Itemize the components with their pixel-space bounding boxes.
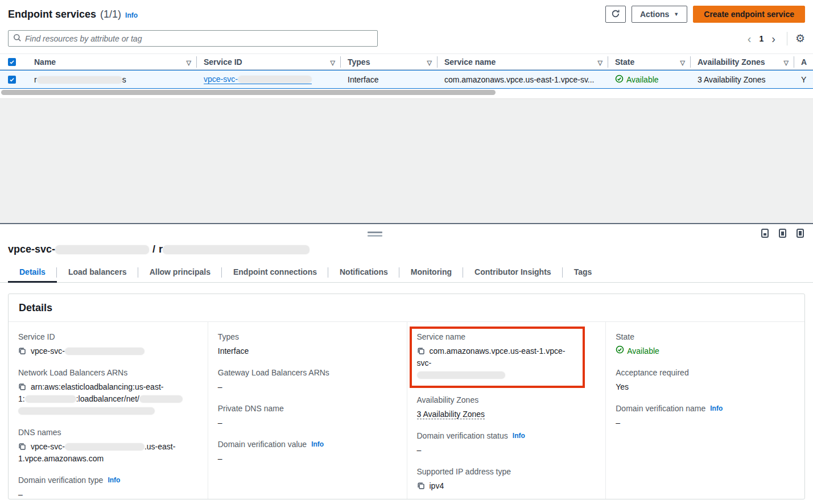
field-private-dns-name: Private DNS name –: [218, 404, 395, 429]
search-icon: [13, 34, 22, 44]
info-link[interactable]: Info: [513, 432, 525, 440]
copy-icon[interactable]: [417, 347, 425, 355]
list-toolbar: ‹ 1 › ⚙: [8, 30, 805, 47]
service-id-link[interactable]: vpce-svc-: [204, 75, 312, 84]
panel-tabs: Details Load balancers Allow principals …: [0, 264, 813, 283]
field-types: Types Interface: [218, 332, 395, 357]
previous-page-button[interactable]: ‹: [744, 33, 755, 44]
availability-zones-popover-link[interactable]: 3 Availability Zones: [417, 410, 485, 419]
panel-size-medium-icon[interactable]: [779, 229, 786, 238]
column-header-availability-zones[interactable]: Availability Zones ▽: [691, 54, 794, 69]
info-link[interactable]: Info: [710, 404, 723, 412]
horizontal-scrollbar: [0, 90, 813, 95]
redacted-text: [55, 245, 149, 254]
field-domain-verification-status: Domain verification statusInfo –: [417, 431, 595, 456]
field-service-name: Service name com.amazonaws.vpce.us-east-…: [417, 332, 578, 381]
copy-icon[interactable]: [417, 482, 425, 490]
field-state: State Available: [616, 332, 793, 357]
available-status-icon: [616, 345, 624, 357]
service-name-highlight-box: Service name com.amazonaws.vpce.us-east-…: [410, 327, 585, 388]
cell-name: rs: [27, 75, 197, 84]
panel-size-small-icon[interactable]: [761, 229, 769, 238]
field-service-id: Service ID vpce-svc-: [18, 332, 196, 357]
refresh-button[interactable]: [605, 6, 626, 23]
create-endpoint-service-button[interactable]: Create endpoint service: [693, 6, 805, 23]
info-link[interactable]: Info: [311, 440, 324, 448]
search-box[interactable]: [8, 30, 378, 47]
field-domain-verification-type: Domain verification typeInfo –: [18, 476, 196, 499]
details-column-1: Service ID vpce-svc- Network Load Balanc…: [9, 322, 208, 499]
table-row[interactable]: rs vpce-svc- Interface com.amazonaws.vpc…: [0, 70, 813, 89]
field-domain-verification-value: Domain verification valueInfo –: [218, 440, 395, 465]
tab-contributor-insights[interactable]: Contributor Insights: [463, 264, 563, 283]
tab-details[interactable]: Details: [8, 264, 57, 283]
chevron-down-icon: ▼: [674, 11, 679, 17]
gear-icon[interactable]: ⚙: [795, 33, 805, 44]
sort-icon[interactable]: ▽: [680, 59, 685, 66]
cell-availability-zones: 3 Availability Zones: [691, 75, 794, 84]
selected-count: (1/1): [100, 9, 121, 20]
actions-button-label: Actions: [640, 10, 669, 19]
split-panel-drag-handle[interactable]: [368, 232, 382, 237]
column-header-name[interactable]: Name ▽: [27, 54, 197, 69]
tab-load-balancers[interactable]: Load balancers: [57, 264, 138, 283]
info-link[interactable]: Info: [125, 11, 138, 19]
available-status-icon: [615, 75, 624, 85]
column-header-service-name[interactable]: Service name ▽: [438, 54, 608, 69]
redacted-text: [25, 395, 76, 403]
field-domain-verification-name: Domain verification nameInfo –: [616, 404, 793, 429]
current-page[interactable]: 1: [757, 34, 766, 43]
redacted-text: [18, 407, 155, 415]
column-header-types[interactable]: Types ▽: [341, 54, 438, 69]
endpoint-services-table: Name ▽ Service ID ▽ Types ▽ Service name…: [0, 53, 813, 89]
next-page-button[interactable]: ›: [768, 33, 779, 44]
state-text: Available: [626, 75, 659, 84]
table-header-row: Name ▽ Service ID ▽ Types ▽ Service name…: [0, 54, 813, 70]
list-header: Endpoint services (1/1) Info Actions ▼ C…: [0, 0, 813, 23]
details-column-4: State Available Acceptance required Yes …: [605, 322, 804, 499]
redacted-text: [139, 395, 183, 403]
redacted-text: [65, 348, 145, 355]
column-header-state[interactable]: State ▽: [608, 54, 691, 69]
copy-icon[interactable]: [18, 347, 26, 355]
actions-button[interactable]: Actions ▼: [632, 6, 687, 23]
copy-icon[interactable]: [18, 443, 26, 451]
field-acceptance-required: Acceptance required Yes: [616, 368, 793, 393]
tab-monitoring[interactable]: Monitoring: [399, 264, 463, 283]
sort-icon[interactable]: ▽: [187, 59, 191, 66]
sort-icon[interactable]: ▽: [598, 59, 602, 66]
content-background: [0, 98, 813, 223]
split-panel-controls: [761, 229, 804, 238]
copy-icon[interactable]: [18, 383, 26, 391]
row-checkbox[interactable]: [8, 76, 16, 84]
details-column-3: Service name com.amazonaws.vpce.us-east-…: [407, 322, 606, 499]
availability-zones-popover-link[interactable]: 3 Availability Zones: [698, 75, 766, 84]
field-nlb-arns: Network Load Balancers ARNs arn:aws:elas…: [18, 368, 196, 417]
select-all-checkbox[interactable]: [8, 58, 16, 66]
redacted-text: [163, 245, 309, 254]
column-header-service-id[interactable]: Service ID ▽: [197, 54, 341, 69]
cell-types: Interface: [341, 75, 438, 84]
column-header-partial[interactable]: A: [794, 54, 813, 69]
horizontal-scrollbar-thumb[interactable]: [1, 90, 496, 95]
tab-tags[interactable]: Tags: [563, 264, 604, 283]
field-dns-names: DNS names vpce-svc-.us-east- 1.vpce.amaz…: [18, 428, 196, 465]
info-link[interactable]: Info: [108, 476, 120, 484]
tab-notifications[interactable]: Notifications: [328, 264, 399, 283]
cell-service-id: vpce-svc-: [197, 75, 341, 84]
cell-partial: Y: [794, 75, 813, 84]
sort-icon[interactable]: ▽: [331, 59, 335, 66]
panel-title: vpce-svc-/r: [8, 243, 805, 255]
toolbar-divider: [787, 32, 787, 46]
field-availability-zones: Availability Zones 3 Availability Zones: [417, 395, 595, 420]
pagination: ‹ 1 › ⚙: [744, 32, 805, 46]
sort-icon[interactable]: ▽: [784, 59, 789, 66]
page-title: Endpoint services: [8, 9, 96, 20]
panel-size-large-icon[interactable]: [797, 229, 804, 238]
tab-allow-principals[interactable]: Allow principals: [138, 264, 222, 283]
search-input[interactable]: [25, 34, 373, 43]
redacted-text: [37, 76, 122, 84]
cell-service-name: com.amazonaws.vpce.us-east-1.vpce-sv...: [438, 75, 608, 84]
sort-icon[interactable]: ▽: [427, 59, 432, 66]
tab-endpoint-connections[interactable]: Endpoint connections: [222, 264, 328, 283]
